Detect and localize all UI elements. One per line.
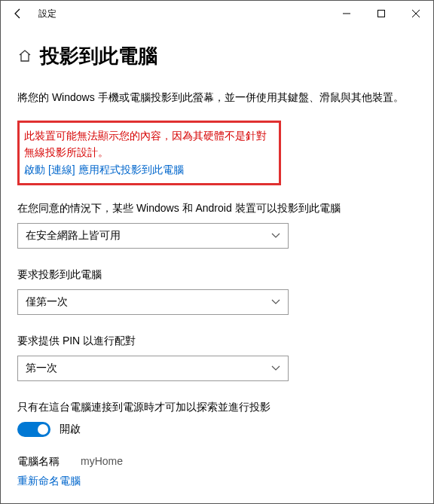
chevron-down-icon [271,365,280,373]
ask-to-project-dropdown[interactable]: 僅第一次 [17,289,289,315]
content: 投影到此電腦 將您的 Windows 手機或電腦投影到此螢幕，並一併使用其鍵盤、… [1,26,433,488]
launch-connect-link[interactable]: 啟動 [連線] 應用程式投影到此電腦 [24,163,184,177]
chevron-down-icon [271,298,280,307]
description-text: 將您的 Windows 手機或電腦投影到此螢幕，並一併使用其鍵盤、滑鼠與其他裝置… [17,89,417,105]
setting-projection-permission: 在您同意的情況下，某些 Windows 和 Android 裝置可以投影到此電腦… [17,200,417,249]
setting-label: 要求提供 PIN 以進行配對 [17,333,417,348]
pc-name-label: 電腦名稱 [17,455,60,469]
setting-power-only: 只有在這台電腦連接到電源時才可加以探索並進行投影 開啟 [17,399,417,437]
highlight-box: 此裝置可能無法顯示您的內容，因為其硬體不是針對無線投影所設計。 啟動 [連線] … [17,121,281,185]
window-buttons [329,1,433,26]
maximize-button[interactable] [364,1,399,26]
setting-label: 要求投影到此電腦 [17,267,417,282]
dropdown-value: 第一次 [26,362,57,375]
svg-rect-1 [378,11,385,17]
setting-label: 只有在這台電腦連接到電源時才可加以探索並進行投影 [17,399,417,414]
setting-require-pin: 要求提供 PIN 以進行配對 第一次 [17,333,417,381]
back-button[interactable] [5,1,31,26]
page-header: 投影到此電腦 [17,43,417,69]
setting-label: 在您同意的情況下，某些 Windows 和 Android 裝置可以投影到此電腦 [17,200,417,215]
page-title: 投影到此電腦 [40,43,157,69]
require-pin-dropdown[interactable]: 第一次 [17,356,289,381]
pc-name-value: myHome [81,455,123,469]
projection-permission-dropdown[interactable]: 在安全網路上皆可用 [17,223,289,249]
warning-text: 此裝置可能無法顯示您的內容，因為其硬體不是針對無線投影所設計。 [24,127,274,160]
home-icon [17,48,32,67]
titlebar: 設定 [1,1,433,26]
chevron-down-icon [271,232,280,240]
rename-pc-link[interactable]: 重新命名電腦 [17,475,81,488]
power-only-toggle[interactable] [17,422,50,437]
dropdown-value: 在安全網路上皆可用 [26,229,121,243]
pc-name-row: 電腦名稱 myHome [17,455,417,469]
close-button[interactable] [399,1,433,26]
window-title: 設定 [38,8,329,20]
dropdown-value: 僅第一次 [26,295,68,309]
toggle-state: 開啟 [60,423,81,436]
minimize-button[interactable] [329,1,364,26]
setting-ask-to-project: 要求投影到此電腦 僅第一次 [17,267,417,315]
